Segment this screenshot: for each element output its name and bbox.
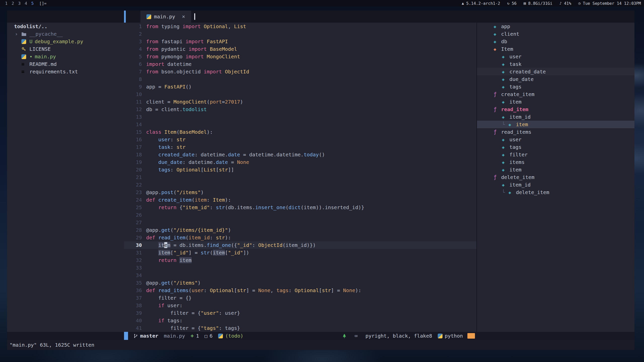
workspace-tag-4[interactable]: 4 xyxy=(23,1,29,6)
workspace-tag-5[interactable]: 5 xyxy=(29,1,36,6)
outline-symbol-db[interactable]: ◈db xyxy=(477,38,634,45)
code-text: tags: Optional[List[str]] xyxy=(146,166,234,173)
code-line[interactable]: 31 item["_id"] = str(item["_id"]) xyxy=(124,249,476,256)
outline-symbol-item_id[interactable]: ◈item_id xyxy=(477,113,634,121)
code-line[interactable]: 34 xyxy=(124,272,476,279)
outline-symbol-create_item[interactable]: ƒcreate_item xyxy=(477,90,634,98)
code-line[interactable]: 19 due_date: datetime.date = None xyxy=(124,158,476,166)
outline-symbol-item[interactable]: ◈item xyxy=(477,166,634,173)
variable-symbol-icon: ◈ xyxy=(502,62,509,67)
code-line[interactable]: 11client = MongoClient(port=27017) xyxy=(124,98,476,106)
code-pane[interactable]: 1from typing import Optional, List23from… xyxy=(124,23,476,332)
outline-symbol-item_id[interactable]: ◈item_id xyxy=(477,181,634,189)
code-line[interactable]: 36def read_items(user: Optional[str] = N… xyxy=(124,287,476,294)
code-line[interactable]: 6import datetime xyxy=(124,60,476,68)
code-line[interactable]: 14 xyxy=(124,121,476,128)
kernel-icon: ▲ xyxy=(462,1,464,6)
code-line[interactable]: 25 return {"item_id": str(db.items.inser… xyxy=(124,204,476,211)
code-line[interactable]: 10 xyxy=(124,90,476,98)
outline-symbol-tags[interactable]: ◈tags xyxy=(477,143,634,151)
file-tree-item-LICENSE[interactable]: LICENSE xyxy=(7,45,124,53)
code-line[interactable]: 28@app.get("/items/{item_id}") xyxy=(124,226,476,234)
outline-symbol-item[interactable]: └◈item xyxy=(477,121,634,128)
code-line[interactable]: 2 xyxy=(124,30,476,38)
file-tree-item-__pycache__[interactable]: ›__pycache__ xyxy=(7,30,124,38)
class-symbol-icon: ◆ xyxy=(494,47,501,52)
status-bar: 12345 []= ▲5.14.2-arch1-2↻56▤8.8Gi/31Gi♪… xyxy=(0,0,644,7)
code-line[interactable]: 15class Item(BaseModel): xyxy=(124,128,476,136)
file-tree-item-requirements.txt[interactable]: ≡requirements.txt xyxy=(7,68,124,75)
line-number: 37 xyxy=(124,294,146,302)
outline-symbol-user[interactable]: ◈user xyxy=(477,53,634,60)
code-line[interactable]: 20 tags: Optional[List[str]] xyxy=(124,166,476,173)
outline-symbol-due_date[interactable]: ◈due_date xyxy=(477,75,634,83)
code-line[interactable]: 39 filter = {"user": user} xyxy=(124,309,476,317)
code-line[interactable]: 35@app.get("/items") xyxy=(124,279,476,287)
workspace-tag-2[interactable]: 2 xyxy=(10,1,16,6)
variable-symbol-icon: ◈ xyxy=(502,182,509,188)
code-line[interactable]: 24def create_item(item: Item): xyxy=(124,196,476,204)
code-line[interactable]: 40 if tags: xyxy=(124,317,476,324)
code-line[interactable]: 30 item = db.items.find_one({"_id": Obje… xyxy=(124,241,476,249)
outline-symbol-created_date[interactable]: ◈created_date xyxy=(477,68,634,75)
code-line[interactable]: 17 task: str xyxy=(124,143,476,151)
outline-symbol-app[interactable]: ◈app xyxy=(477,23,634,30)
outline-symbol-delete_item[interactable]: ƒdelete_item xyxy=(477,173,634,181)
line-number: 22 xyxy=(124,181,146,189)
code-line[interactable]: 3from fastapi import FastAPI xyxy=(124,38,476,45)
buffer-tab-main.py[interactable]: main.py× xyxy=(140,11,191,23)
code-line[interactable]: 32 return item xyxy=(124,256,476,264)
code-line[interactable]: 18 created_date: datetime.date = datetim… xyxy=(124,151,476,158)
code-line[interactable]: 21 xyxy=(124,173,476,181)
code-line[interactable]: 7from bson.objectid import ObjectId xyxy=(124,68,476,75)
code-line[interactable]: 37 filter = {} xyxy=(124,294,476,302)
function-symbol-icon: ƒ xyxy=(494,174,501,180)
line-number: 8 xyxy=(124,75,146,83)
code-line[interactable]: 9app = FastAPI() xyxy=(124,83,476,90)
outline-symbol-items[interactable]: ◈items xyxy=(477,158,634,166)
outline-symbol-user[interactable]: ◈user xyxy=(477,136,634,143)
outline-symbol-filter[interactable]: ◈filter xyxy=(477,151,634,158)
command-message-line: "main.py" 63L, 1625C written xyxy=(7,340,634,350)
outline-symbol-item[interactable]: ◈item xyxy=(477,98,634,106)
code-line[interactable]: 27 xyxy=(124,219,476,226)
code-line[interactable]: 12db = client.todolist xyxy=(124,106,476,113)
expander-chevron-icon xyxy=(15,61,21,67)
layout-indicator[interactable]: []= xyxy=(39,1,47,6)
tab-close-icon[interactable]: × xyxy=(182,14,185,20)
code-line[interactable]: 1from typing import Optional, List xyxy=(124,23,476,30)
code-line[interactable]: 33 xyxy=(124,264,476,272)
outline-symbol-read_items[interactable]: ƒread_items xyxy=(477,128,634,136)
file-tree-item-main.py[interactable]: •main.py xyxy=(7,53,124,60)
outline-symbol-task[interactable]: ◈task xyxy=(477,60,634,68)
code-line[interactable]: 41 filter = {"tags": tags} xyxy=(124,324,476,332)
code-line[interactable]: 13 xyxy=(124,113,476,121)
code-line[interactable]: 5from pymongo import MongoClient xyxy=(124,53,476,60)
line-number: 33 xyxy=(124,264,146,272)
code-line[interactable]: 38 if user: xyxy=(124,302,476,309)
key-icon xyxy=(21,47,29,52)
statusline-item-(todo): (todo) xyxy=(218,333,243,339)
code-line[interactable]: 22 xyxy=(124,181,476,189)
git-status-badge: • xyxy=(29,54,32,60)
file-tree-item-debug_example.py[interactable]: Udebug_example.py xyxy=(7,38,124,45)
file-tree-root[interactable]: todolist/.. xyxy=(7,23,124,30)
workspace-tag-1[interactable]: 1 xyxy=(3,1,10,6)
code-line[interactable]: 8 xyxy=(124,75,476,83)
outline-symbol-read_item[interactable]: ƒread_item xyxy=(477,106,634,113)
code-line[interactable]: 23@app.post("/items") xyxy=(124,189,476,196)
outline-symbol-delete_item[interactable]: └◈delete_item xyxy=(477,189,634,196)
file-tree-item-README.md[interactable]: ≡README.md xyxy=(7,60,124,68)
outline-symbol-tags[interactable]: ◈tags xyxy=(477,83,634,90)
symbol-name: item_id xyxy=(509,182,531,188)
symbol-name: task xyxy=(509,61,521,67)
code-line[interactable]: 26 xyxy=(124,211,476,219)
code-line[interactable]: 29def read_item(item_id: str): xyxy=(124,234,476,241)
outline-symbol-Item[interactable]: ◆Item xyxy=(477,45,634,53)
code-line[interactable]: 16 user: str xyxy=(124,136,476,143)
symbol-name: read_item xyxy=(501,106,528,112)
variable-symbol-icon: ◈ xyxy=(502,99,509,105)
code-line[interactable]: 4from pydantic import BaseModel xyxy=(124,45,476,53)
workspace-tag-3[interactable]: 3 xyxy=(16,1,23,6)
outline-symbol-client[interactable]: ◈client xyxy=(477,30,634,38)
